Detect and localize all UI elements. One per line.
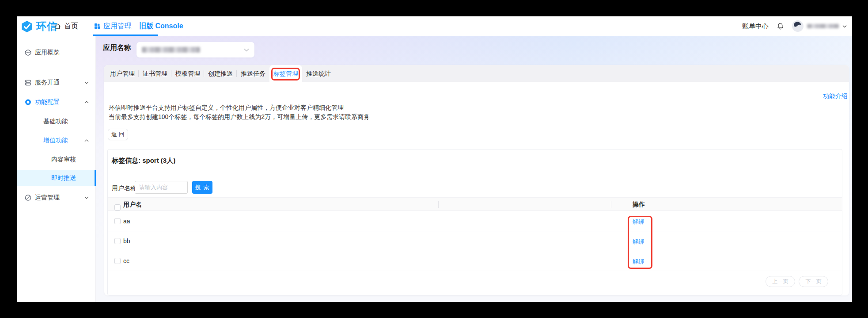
sidebar-item-service-activation[interactable]: 服务开通 xyxy=(17,76,96,90)
sidebar-item-label: 内容审核 xyxy=(51,156,76,164)
sidebar-item-label: 功能配置 xyxy=(35,98,60,106)
col-header-action: 操作 xyxy=(633,201,645,209)
target-icon xyxy=(25,99,31,106)
divider xyxy=(108,171,842,171)
home-icon xyxy=(54,23,61,30)
select-chevron-down-icon xyxy=(244,48,249,52)
cube-icon xyxy=(25,50,31,56)
unbind-link[interactable]: 解绑 xyxy=(633,258,644,266)
tab-create-push[interactable]: 创建推送 xyxy=(204,65,237,82)
username-search-input[interactable] xyxy=(135,181,188,194)
tab-push-statistics[interactable]: 推送统计 xyxy=(302,65,335,82)
billing-center-link[interactable]: 账单中心 xyxy=(742,22,769,31)
app-name-select[interactable] xyxy=(136,42,254,57)
tab-tag-management-label: 标签管理 xyxy=(273,70,298,77)
table-row: cc 解绑 xyxy=(108,251,842,271)
next-page-button[interactable]: 下一页 xyxy=(799,276,828,287)
table-row: bb 解绑 xyxy=(108,231,842,251)
user-menu[interactable] xyxy=(792,20,847,32)
sidebar-item-operations[interactable]: 运营管理 xyxy=(17,191,96,205)
sidebar-item-value-added-features[interactable]: 增值功能 xyxy=(17,134,96,148)
sidebar-item-app-overview[interactable]: 应用概览 xyxy=(17,46,96,60)
table-header: 用户名 操作 xyxy=(108,197,842,211)
username-search-label: 用户名称: xyxy=(112,184,138,192)
intro-text: 环信即时推送平台支持用户标签自定义，个性化用户属性，方便企业对客户精细化管理 当… xyxy=(109,103,370,122)
app-name-label: 应用名称 xyxy=(103,43,131,53)
sidebar-item-label: 基础功能 xyxy=(43,118,68,126)
sidebar-item-label: 增值功能 xyxy=(43,137,68,145)
tag-info-title: 标签信息: sport (3人) xyxy=(112,157,175,165)
row-checkbox[interactable] xyxy=(114,218,121,224)
select-all-checkbox[interactable] xyxy=(114,204,121,211)
chevron-down-icon xyxy=(84,196,89,199)
unbind-link[interactable]: 解绑 xyxy=(633,218,644,226)
row-username: aa xyxy=(123,218,130,225)
prev-page-button[interactable]: 上一页 xyxy=(766,276,795,287)
operations-icon xyxy=(25,195,31,201)
app-window: 环信 首页 应用管理 旧版 Console 账单中心 xyxy=(17,16,852,302)
search-button[interactable]: 搜 索 xyxy=(192,181,212,194)
easemob-logo-icon xyxy=(20,20,34,33)
sidebar-item-label: 即时推送 xyxy=(51,174,76,182)
tag-info-card: 标签信息: sport (3人) 用户名称: 搜 索 用户名 操作 aa 解绑 xyxy=(107,149,842,295)
app-name-value-blurred xyxy=(142,47,200,53)
column-divider xyxy=(438,201,439,208)
appstore-grid-icon xyxy=(94,23,100,29)
tab-bar: 用户管理 证书管理 模板管理 创建推送 推送任务 标签管理 推送统计 xyxy=(104,65,849,82)
sidebar-item-label: 服务开通 xyxy=(35,79,60,87)
chevron-up-icon xyxy=(84,139,89,142)
column-divider xyxy=(611,201,611,208)
intro-line-2: 当前最多支持创建100个标签，每个标签的用户数上线为2万，可增量上传，更多需求请… xyxy=(109,112,370,122)
sidebar-item-label: 运营管理 xyxy=(35,194,60,202)
bell-icon[interactable] xyxy=(777,23,784,30)
chevron-down-icon xyxy=(84,81,89,84)
feature-intro-link[interactable]: 功能介绍 xyxy=(823,92,848,100)
row-username: bb xyxy=(123,238,130,245)
avatar xyxy=(792,20,804,32)
services-icon xyxy=(25,80,31,86)
sidebar-item-feature-config[interactable]: 功能配置 xyxy=(17,95,96,109)
sidebar-item-label: 应用概览 xyxy=(35,49,60,57)
row-checkbox[interactable] xyxy=(114,258,121,264)
tab-template-management[interactable]: 模板管理 xyxy=(171,65,204,82)
navbar-right: 账单中心 xyxy=(742,16,847,36)
main-content: 应用名称 用户管理 证书管理 模板管理 创建推送 推送任务 标签管理 推送统计 … xyxy=(96,36,852,302)
nav-old-console-label: 旧版 Console xyxy=(139,22,183,31)
row-username: cc xyxy=(123,257,129,264)
content-panel: 用户管理 证书管理 模板管理 创建推送 推送任务 标签管理 推送统计 功能介绍 … xyxy=(104,65,849,295)
nav-home[interactable]: 首页 xyxy=(54,16,78,36)
table-row: aa 解绑 xyxy=(108,211,842,231)
sidebar-item-instant-push[interactable]: 即时推送 xyxy=(17,170,96,186)
top-navbar: 环信 首页 应用管理 旧版 Console 账单中心 xyxy=(17,16,852,36)
intro-line-1: 环信即时推送平台支持用户标签自定义，个性化用户属性，方便企业对客户精细化管理 xyxy=(109,103,370,112)
sidebar: 应用概览 服务开通 功能配置 基础功能 增值功能 xyxy=(17,36,96,302)
user-chevron-down-icon xyxy=(842,25,847,28)
sidebar-item-basic-features[interactable]: 基础功能 xyxy=(17,115,96,129)
nav-old-console[interactable]: 旧版 Console xyxy=(139,16,183,36)
unbind-link[interactable]: 解绑 xyxy=(633,238,644,246)
sidebar-item-content-moderation[interactable]: 内容审核 xyxy=(17,153,96,167)
tab-push-tasks[interactable]: 推送任务 xyxy=(237,65,269,82)
back-button[interactable]: 返 回 xyxy=(108,129,128,140)
tab-certificate-management[interactable]: 证书管理 xyxy=(139,65,171,82)
username-blurred xyxy=(807,24,839,28)
tab-tag-management[interactable]: 标签管理 xyxy=(269,65,302,82)
logo: 环信 xyxy=(20,19,57,33)
pagination: 上一页 下一页 xyxy=(766,276,828,287)
nav-home-label: 首页 xyxy=(64,22,78,31)
row-checkbox[interactable] xyxy=(114,238,121,244)
nav-app-management[interactable]: 应用管理 xyxy=(94,16,132,36)
nav-app-management-label: 应用管理 xyxy=(103,22,132,31)
col-header-username: 用户名 xyxy=(123,201,142,209)
chevron-up-icon xyxy=(84,101,89,104)
tab-user-management[interactable]: 用户管理 xyxy=(106,65,139,82)
